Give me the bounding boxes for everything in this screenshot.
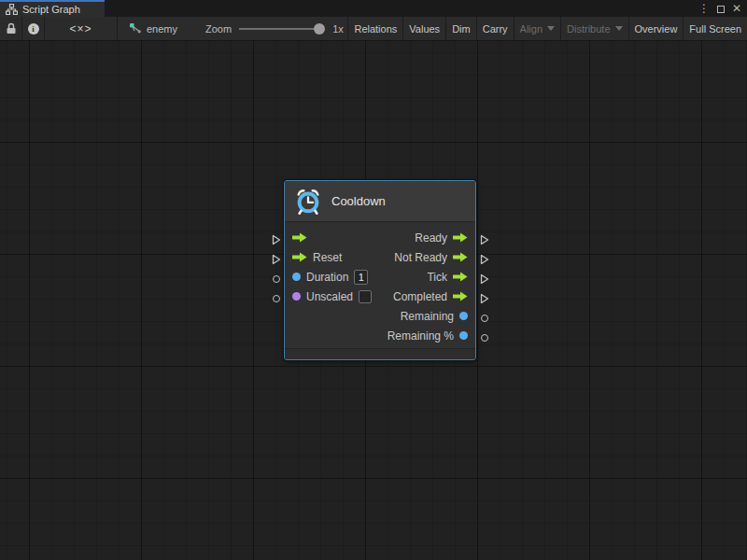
- port-row: Remaining %: [285, 326, 475, 345]
- fullscreen-button[interactable]: Full Screen: [683, 17, 747, 40]
- node-body: Ready Reset Not Ready: [285, 222, 475, 348]
- zoom-slider-track: [239, 28, 317, 30]
- port-label: Remaining: [401, 310, 454, 323]
- zoom-slider-handle[interactable]: [314, 23, 325, 35]
- port-input-unscaled[interactable]: Unscaled: [292, 290, 372, 303]
- port-output-ready[interactable]: Ready: [415, 231, 468, 245]
- value-port-dot-icon: [459, 312, 468, 320]
- value-port-dot-icon: [292, 292, 301, 301]
- port-input-enter[interactable]: [292, 232, 307, 243]
- title-bar: Script Graph ⋮ ✕: [0, 0, 747, 17]
- port-input-reset[interactable]: Reset: [292, 251, 342, 264]
- zoom-label: Zoom: [205, 23, 232, 35]
- port-output-remaining[interactable]: Remaining: [401, 310, 468, 323]
- value-input-port-unscaled[interactable]: [273, 295, 280, 302]
- close-icon[interactable]: ✕: [732, 0, 741, 17]
- menu-icon[interactable]: ⋮: [698, 0, 710, 17]
- port-label: Reset: [313, 251, 342, 264]
- port-label: Unscaled: [306, 290, 353, 303]
- value-port-dot-icon: [292, 273, 301, 281]
- chevron-down-icon: [615, 26, 623, 31]
- code-view-button[interactable]: <×>: [45, 17, 117, 40]
- flow-arrow-icon: [453, 291, 468, 301]
- code-icon: <×>: [69, 22, 92, 35]
- relations-button[interactable]: Relations: [347, 17, 402, 40]
- flow-arrow-icon: [453, 232, 468, 243]
- port-label: Completed: [393, 290, 447, 303]
- flow-arrow-icon: [453, 272, 468, 282]
- node-header[interactable]: Cooldown: [285, 181, 475, 222]
- zoom-control: Zoom 1x: [205, 17, 344, 40]
- info-icon: i: [28, 23, 39, 35]
- hierarchy-icon: [6, 4, 18, 15]
- align-button: Align: [514, 17, 560, 40]
- port-label: Remaining %: [388, 329, 454, 343]
- graph-icon: [129, 22, 142, 35]
- tab-script-graph[interactable]: Script Graph: [0, 0, 105, 17]
- port-output-remaining-pct[interactable]: Remaining %: [388, 329, 468, 343]
- port-row: Unscaled Completed: [285, 287, 475, 306]
- zoom-value: 1x: [332, 23, 344, 35]
- graph-canvas[interactable]: Cooldown Ready Reset: [0, 41, 747, 560]
- port-row: Reset Not Ready: [285, 247, 475, 267]
- port-output-completed[interactable]: Completed: [393, 290, 468, 303]
- graph-name: enemy: [147, 23, 177, 35]
- flow-arrow-icon: [453, 252, 468, 262]
- flow-output-port-ready[interactable]: [480, 234, 489, 245]
- maximize-box: [717, 6, 725, 13]
- zoom-slider[interactable]: [239, 17, 325, 40]
- alarm-clock-icon: [294, 188, 322, 216]
- flow-output-port-not-ready[interactable]: [480, 254, 489, 265]
- toolbar-buttons: Relations Values Dim Carry Align Distrib…: [347, 17, 747, 40]
- port-row: Remaining: [285, 306, 475, 326]
- graph-breadcrumb[interactable]: enemy: [129, 17, 177, 40]
- value-output-port-remaining-pct[interactable]: [481, 334, 488, 342]
- port-label: Tick: [427, 271, 447, 284]
- port-label: Ready: [415, 231, 447, 245]
- port-row: Ready: [285, 228, 475, 247]
- duration-input[interactable]: [354, 270, 368, 285]
- node-title: Cooldown: [331, 194, 386, 208]
- flow-arrow-icon: [292, 252, 307, 262]
- flow-arrow-icon: [292, 232, 307, 243]
- toolbar-separator: [117, 17, 118, 40]
- dim-button[interactable]: Dim: [445, 17, 476, 40]
- window-controls: ⋮ ✕: [698, 0, 747, 17]
- maximize-icon[interactable]: [717, 0, 725, 17]
- value-output-port-remaining[interactable]: [481, 315, 488, 322]
- value-input-port-duration[interactable]: [273, 275, 280, 283]
- script-graph-window: Script Graph ⋮ ✕ i <×>: [0, 0, 747, 560]
- values-button[interactable]: Values: [402, 17, 445, 40]
- port-label: Duration: [306, 271, 348, 284]
- unscaled-checkbox[interactable]: [359, 290, 372, 303]
- distribute-button: Distribute: [560, 17, 627, 40]
- flow-input-port-reset[interactable]: [272, 254, 281, 265]
- value-port-dot-icon: [459, 331, 468, 340]
- flow-output-port-tick[interactable]: [480, 273, 489, 285]
- port-output-tick[interactable]: Tick: [427, 271, 468, 284]
- overview-button[interactable]: Overview: [628, 17, 684, 40]
- info-button[interactable]: i: [22, 17, 44, 40]
- carry-button[interactable]: Carry: [476, 17, 514, 40]
- lock-button[interactable]: [0, 17, 21, 40]
- flow-input-port-enter[interactable]: [272, 234, 281, 245]
- port-label: Not Ready: [394, 251, 447, 264]
- port-row: Duration Tick: [285, 267, 475, 287]
- chevron-down-icon: [547, 26, 555, 31]
- lock-icon: [6, 22, 17, 35]
- port-input-duration[interactable]: Duration: [292, 270, 368, 285]
- cooldown-node[interactable]: Cooldown Ready Reset: [284, 180, 476, 360]
- flow-output-port-completed[interactable]: [480, 293, 489, 304]
- graph-toolbar: i <×> enemy Zoom 1x Relations Values: [0, 17, 747, 41]
- port-output-not-ready[interactable]: Not Ready: [394, 251, 468, 264]
- tab-label: Script Graph: [22, 4, 80, 15]
- node-footer: [285, 348, 475, 359]
